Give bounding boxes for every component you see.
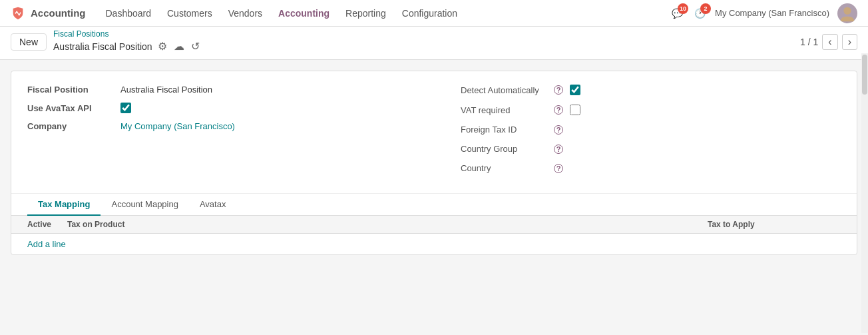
vat-required-label: VAT required [461, 105, 547, 115]
brand-label: Accounting [31, 7, 86, 19]
country-group-help-icon[interactable]: ? [554, 145, 563, 154]
main-menu: Dashboard Customers Vendors Accounting R… [99, 5, 670, 21]
activities-button[interactable]: 🕐 2 [692, 6, 707, 21]
col-product-header: Tax on Product [67, 220, 708, 229]
topnav-right: 💬 10 🕐 2 My Company (San Francisco) [670, 3, 857, 23]
vat-required-help-icon[interactable]: ? [554, 105, 563, 115]
detect-auto-label: Detect Automatically [461, 85, 547, 95]
fiscal-position-label: Fiscal Position [27, 85, 120, 95]
breadcrumb-current: Australia Fiscal Position ⚙ ☁ ↺ [53, 39, 201, 54]
scrollbar-thumb[interactable] [862, 55, 867, 95]
tabs-bar: Tax Mapping Account Mapping Avatax [11, 194, 857, 216]
app-logo[interactable] [11, 6, 25, 21]
col-tax-header: Tax to Apply [708, 220, 841, 229]
country-group-label: Country Group [461, 144, 547, 154]
user-avatar[interactable] [837, 3, 857, 23]
nav-configuration[interactable]: Configuration [395, 5, 464, 21]
breadcrumb-current-label: Australia Fiscal Position [53, 41, 152, 52]
activities-badge: 2 [700, 3, 711, 14]
record-actions: ⚙ ☁ ↺ [156, 39, 201, 54]
foreign-tax-field: Foreign Tax ID ? [461, 125, 867, 135]
detect-auto-field: Detect Automatically ? [461, 85, 867, 95]
tab-account-mapping[interactable]: Account Mapping [101, 194, 188, 216]
next-page-button[interactable]: › [842, 34, 857, 50]
tab-avatax[interactable]: Avatax [189, 194, 237, 216]
detect-auto-help-icon[interactable]: ? [554, 85, 563, 95]
nav-reporting[interactable]: Reporting [339, 5, 393, 21]
use-avatax-field: Use AvaTax API [27, 103, 434, 113]
company-field: Company My Company (San Francisco) [27, 121, 434, 131]
upload-icon[interactable]: ☁ [172, 39, 186, 54]
country-group-field: Country Group ? [461, 144, 867, 154]
use-avatax-label: Use AvaTax API [27, 103, 120, 113]
record-card: Fiscal Position Australia Fiscal Positio… [11, 71, 857, 255]
foreign-tax-help-icon[interactable]: ? [554, 125, 563, 135]
pagination: 1 / 1 ‹ › [800, 34, 857, 50]
table-header: Active Tax on Product Tax to Apply [11, 216, 857, 234]
messages-badge: 10 [678, 3, 688, 14]
vat-required-field: VAT required ? [461, 105, 867, 115]
scrollbar[interactable] [861, 53, 868, 333]
form-left-column: Fiscal Position Australia Fiscal Positio… [27, 85, 434, 182]
table-section: Active Tax on Product Tax to Apply Add a… [27, 216, 841, 254]
svg-point-0 [843, 7, 851, 14]
vat-required-checkbox[interactable] [570, 105, 580, 115]
form-right-column: Detect Automatically ? VAT required ? Fo… [461, 85, 867, 182]
settings-icon[interactable]: ⚙ [156, 39, 168, 54]
discard-icon[interactable]: ↺ [190, 39, 201, 54]
foreign-tax-label: Foreign Tax ID [461, 125, 547, 135]
detect-auto-checkbox[interactable] [570, 85, 580, 95]
main-content: Fiscal Position Australia Fiscal Positio… [0, 60, 868, 335]
breadcrumb: Fiscal Positions Australia Fiscal Positi… [53, 29, 201, 54]
add-line-button[interactable]: Add a line [27, 234, 841, 254]
messages-button[interactable]: 💬 10 [670, 6, 684, 21]
prev-page-button[interactable]: ‹ [822, 34, 837, 50]
breadcrumb-parent-link[interactable]: Fiscal Positions [53, 29, 201, 39]
country-field: Country ? [461, 163, 867, 173]
toolbar: New Fiscal Positions Australia Fiscal Po… [0, 27, 868, 60]
nav-customers[interactable]: Customers [160, 5, 219, 21]
pagination-text: 1 / 1 [800, 37, 818, 47]
country-help-icon[interactable]: ? [554, 164, 563, 173]
company-value[interactable]: My Company (San Francisco) [120, 121, 235, 131]
nav-accounting[interactable]: Accounting [272, 5, 336, 21]
tabs-section: Tax Mapping Account Mapping Avatax [11, 193, 857, 216]
use-avatax-checkbox[interactable] [120, 103, 131, 113]
new-button[interactable]: New [11, 33, 47, 51]
tab-tax-mapping[interactable]: Tax Mapping [27, 194, 101, 216]
fiscal-position-value: Australia Fiscal Position [120, 85, 212, 95]
company-selector[interactable]: My Company (San Francisco) [715, 8, 829, 18]
fiscal-position-field: Fiscal Position Australia Fiscal Positio… [27, 85, 434, 95]
col-active-header: Active [27, 220, 67, 229]
country-label: Country [461, 163, 547, 173]
top-navigation: Accounting Dashboard Customers Vendors A… [0, 0, 868, 27]
nav-dashboard[interactable]: Dashboard [99, 5, 158, 21]
nav-vendors[interactable]: Vendors [222, 5, 269, 21]
company-label: Company [27, 121, 120, 131]
form-section: Fiscal Position Australia Fiscal Positio… [27, 85, 841, 193]
